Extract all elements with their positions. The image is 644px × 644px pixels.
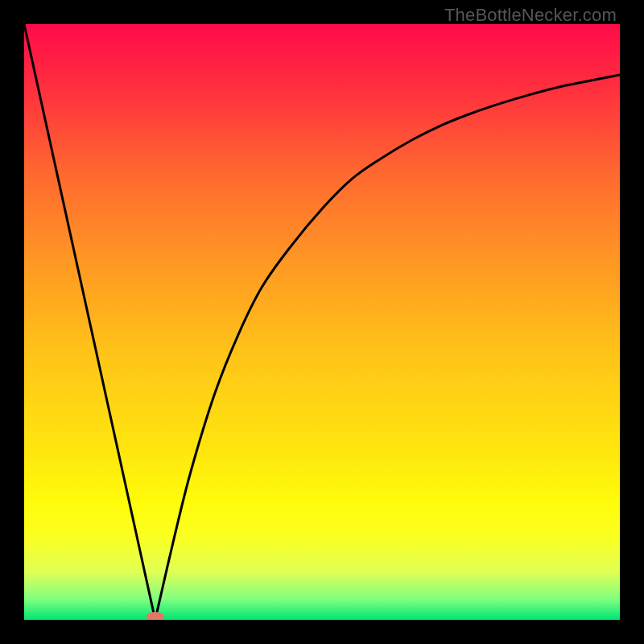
gradient-background (24, 24, 620, 620)
chart-container: TheBottleNecker.com (0, 0, 644, 644)
bottleneck-chart (24, 24, 620, 620)
watermark-text: TheBottleNecker.com (444, 5, 617, 26)
